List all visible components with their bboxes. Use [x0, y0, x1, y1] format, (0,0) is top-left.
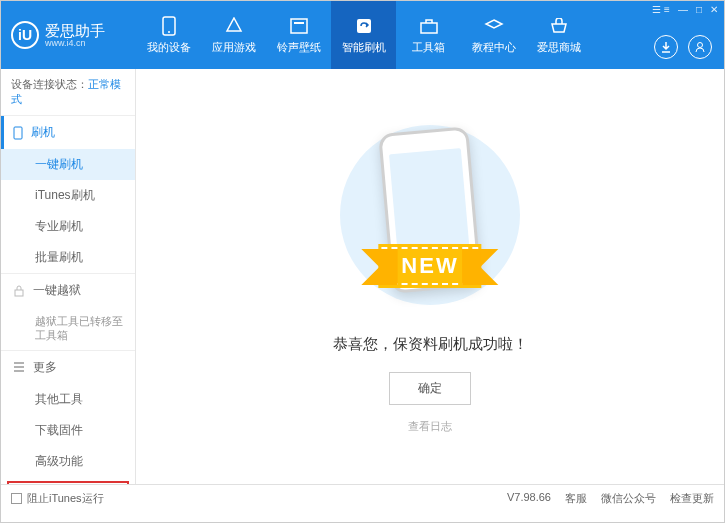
wallpaper-icon: [289, 16, 309, 36]
sidebar-item-firmware[interactable]: 下载固件: [1, 415, 135, 446]
main-content: NEW 恭喜您，保资料刷机成功啦！ 确定 查看日志: [136, 69, 724, 484]
section-more[interactable]: 更多: [1, 351, 135, 384]
view-log-link[interactable]: 查看日志: [408, 419, 452, 434]
header-actions: [654, 35, 712, 59]
sidebar-item-itunes[interactable]: iTunes刷机: [1, 180, 135, 211]
sidebar-item-oneclick[interactable]: 一键刷机: [1, 149, 135, 180]
svg-point-1: [168, 31, 170, 33]
sidebar-item-advanced[interactable]: 高级功能: [1, 446, 135, 477]
maximize-icon[interactable]: □: [696, 4, 702, 15]
nav-my-device[interactable]: 我的设备: [136, 1, 201, 69]
store-icon: [549, 16, 569, 36]
svg-rect-3: [294, 22, 304, 24]
section-flash[interactable]: 刷机: [1, 116, 135, 149]
nav-store[interactable]: 爱思商城: [526, 1, 591, 69]
footer-service[interactable]: 客服: [565, 491, 587, 506]
logo: iU 爱思助手 www.i4.cn: [11, 21, 136, 49]
download-icon[interactable]: [654, 35, 678, 59]
app-url: www.i4.cn: [45, 38, 105, 48]
success-illustration: NEW: [340, 120, 520, 320]
menu-small-icon: [13, 362, 25, 372]
section-jailbreak[interactable]: 一键越狱: [1, 274, 135, 307]
svg-point-6: [698, 43, 703, 48]
version-label: V7.98.66: [507, 491, 551, 506]
svg-rect-5: [421, 23, 437, 33]
lock-icon: [13, 285, 25, 297]
ok-button[interactable]: 确定: [389, 372, 471, 405]
options-highlight: ✓自动激活 ✓跳过向导: [7, 481, 129, 484]
sidebar-item-batch[interactable]: 批量刷机: [1, 242, 135, 273]
footer-update[interactable]: 检查更新: [670, 491, 714, 506]
svg-rect-4: [357, 19, 371, 33]
flash-icon: [354, 16, 374, 36]
nav-toolbox[interactable]: 工具箱: [396, 1, 461, 69]
minimize-icon[interactable]: —: [678, 4, 688, 15]
sidebar-item-pro[interactable]: 专业刷机: [1, 211, 135, 242]
app-header: iU 爱思助手 www.i4.cn 我的设备 应用游戏 铃声壁纸 智能刷机 工具…: [1, 1, 724, 69]
phone-small-icon: [13, 126, 23, 140]
phone-icon: [159, 16, 179, 36]
sidebar-item-other[interactable]: 其他工具: [1, 384, 135, 415]
connection-status: 设备连接状态：正常模式: [1, 69, 135, 115]
svg-rect-2: [291, 19, 307, 33]
main-nav: 我的设备 应用游戏 铃声壁纸 智能刷机 工具箱 教程中心 爱思商城: [136, 1, 591, 69]
sidebar: 设备连接状态：正常模式 刷机 一键刷机 iTunes刷机 专业刷机 批量刷机 一…: [1, 69, 136, 484]
logo-icon: iU: [11, 21, 39, 49]
new-badge: NEW: [381, 247, 478, 285]
app-title: 爱思助手: [45, 23, 105, 38]
apps-icon: [224, 16, 244, 36]
nav-ringtones[interactable]: 铃声壁纸: [266, 1, 331, 69]
window-controls: ☰ ≡ — □ ✕: [652, 4, 718, 15]
graduation-icon: [484, 16, 504, 36]
nav-tutorials[interactable]: 教程中心: [461, 1, 526, 69]
close-icon[interactable]: ✕: [710, 4, 718, 15]
nav-apps[interactable]: 应用游戏: [201, 1, 266, 69]
jailbreak-note: 越狱工具已转移至工具箱: [1, 307, 135, 350]
menu-icon[interactable]: ☰ ≡: [652, 4, 670, 15]
checkbox-block-itunes[interactable]: [11, 493, 22, 504]
block-itunes-label: 阻止iTunes运行: [27, 491, 104, 506]
svg-rect-8: [15, 290, 23, 296]
toolbox-icon: [419, 16, 439, 36]
footer: 阻止iTunes运行 V7.98.66 客服 微信公众号 检查更新: [1, 484, 724, 512]
user-icon[interactable]: [688, 35, 712, 59]
svg-rect-7: [14, 127, 22, 139]
footer-wechat[interactable]: 微信公众号: [601, 491, 656, 506]
app-body: 设备连接状态：正常模式 刷机 一键刷机 iTunes刷机 专业刷机 批量刷机 一…: [1, 69, 724, 484]
nav-flash[interactable]: 智能刷机: [331, 1, 396, 69]
success-message: 恭喜您，保资料刷机成功啦！: [333, 335, 528, 354]
